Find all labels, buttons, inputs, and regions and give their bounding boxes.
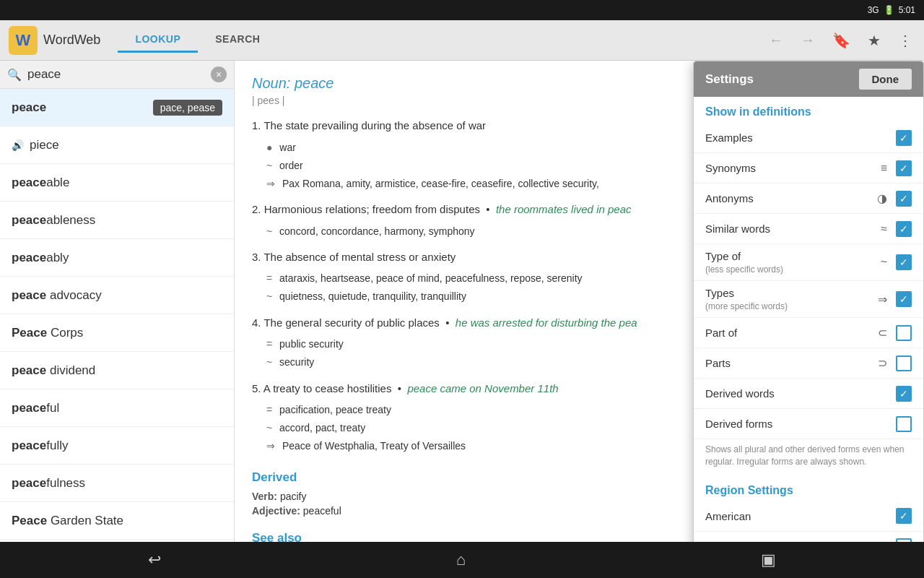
examples-checkbox[interactable]: ✓ bbox=[896, 130, 912, 146]
antonyms-label: Antonyms bbox=[705, 192, 877, 204]
parts-checkbox[interactable] bbox=[896, 355, 912, 371]
nav-tabs: LOOKUP SEARCH bbox=[118, 27, 277, 53]
back-button[interactable]: ← bbox=[766, 29, 786, 51]
word-title: peace bbox=[295, 75, 334, 91]
word-item-peace-corps[interactable]: Peace Corps bbox=[0, 314, 234, 352]
app-icon: W bbox=[9, 26, 38, 55]
network-indicator: 3G bbox=[868, 5, 879, 15]
done-button[interactable]: Done bbox=[859, 69, 912, 90]
search-bar: 🔍 × bbox=[0, 61, 234, 89]
settings-row-synonyms: Synonyms ≡ ✓ bbox=[694, 153, 923, 184]
settings-panel: Settings Done Show in definitions Exampl… bbox=[693, 61, 924, 542]
recent-nav-button[interactable]: ▣ bbox=[744, 545, 793, 575]
app-title: WordWeb bbox=[43, 33, 100, 48]
parts-label: Parts bbox=[705, 357, 878, 369]
settings-row-similar-words: Similar words ≈ ✓ bbox=[694, 214, 923, 244]
settings-header: Settings Done bbox=[694, 61, 923, 97]
search-clear-button[interactable]: × bbox=[211, 66, 227, 82]
derived-forms-note: Shows all plural and other derived forms… bbox=[694, 439, 923, 475]
settings-row-derived-forms: Derived forms bbox=[694, 409, 923, 439]
settings-row-antonyms: Antonyms ◑ ✓ bbox=[694, 184, 923, 214]
synonyms-checkbox[interactable]: ✓ bbox=[896, 160, 912, 176]
word-item-peacefully[interactable]: peacefully bbox=[0, 427, 234, 465]
synonyms-icon: ≡ bbox=[881, 162, 887, 175]
part-of-checkbox[interactable] bbox=[896, 325, 912, 341]
status-bar: 3G 🔋 5:01 bbox=[0, 0, 924, 20]
word-label: peace advocacy bbox=[12, 288, 102, 303]
word-item-peaceful[interactable]: peaceful bbox=[0, 389, 234, 427]
settings-row-american: American ✓ bbox=[694, 501, 923, 532]
settings-row-examples: Examples ✓ bbox=[694, 123, 923, 153]
bookmark-button[interactable]: 🔖 bbox=[829, 29, 853, 52]
menu-button[interactable]: ⋮ bbox=[895, 29, 915, 52]
search-input[interactable] bbox=[27, 67, 205, 82]
settings-row-type-of: Type of(less specific words) ~ ✓ bbox=[694, 244, 923, 281]
battery-icon: 🔋 bbox=[884, 5, 894, 15]
synonyms-label: Synonyms bbox=[705, 162, 881, 174]
back-nav-button[interactable]: ↩ bbox=[131, 545, 178, 575]
word-item-peaceably[interactable]: peaceably bbox=[0, 239, 234, 277]
parts-icon: ⊃ bbox=[878, 356, 887, 370]
settings-row-australasian: Australasian bbox=[694, 532, 923, 542]
derived-words-checkbox[interactable]: ✓ bbox=[896, 386, 912, 402]
nav-actions: ← → 🔖 ★ ⋮ bbox=[766, 29, 915, 52]
settings-row-parts: Parts ⊃ bbox=[694, 348, 923, 379]
examples-label: Examples bbox=[705, 131, 896, 144]
settings-row-derived-words: Derived words ✓ bbox=[694, 379, 923, 409]
type-of-checkbox[interactable]: ✓ bbox=[896, 254, 912, 270]
derived-words-label: Derived words bbox=[705, 387, 896, 400]
word-item-peaceableness[interactable]: peaceableness bbox=[0, 202, 234, 239]
forward-button[interactable]: → bbox=[798, 29, 818, 51]
region-settings-title: Region Settings bbox=[694, 475, 923, 501]
part-of-speech: Noun: bbox=[252, 75, 295, 91]
word-item-peace-garden-state[interactable]: Peace Garden State bbox=[0, 502, 234, 540]
star-button[interactable]: ★ bbox=[865, 29, 884, 52]
similar-words-icon: ≈ bbox=[881, 223, 887, 236]
time-display: 5:01 bbox=[899, 5, 915, 15]
settings-title: Settings bbox=[705, 72, 754, 87]
word-label: peaceable bbox=[12, 176, 69, 190]
type-of-icon: ~ bbox=[881, 256, 887, 269]
type-of-label: Type of(less specific words) bbox=[705, 250, 881, 275]
word-label: peace dividend bbox=[12, 363, 95, 378]
american-checkbox[interactable]: ✓ bbox=[896, 508, 912, 524]
word-item-peace[interactable]: peace pace, pease bbox=[0, 89, 234, 126]
types-label: Types(more specific words) bbox=[705, 287, 878, 311]
settings-row-part-of: Part of ⊂ bbox=[694, 318, 923, 348]
search-icon: 🔍 bbox=[7, 68, 22, 82]
word-label: peaceably bbox=[12, 251, 69, 265]
australasian-checkbox[interactable] bbox=[896, 538, 912, 542]
word-label: piece bbox=[30, 138, 59, 152]
word-label: peacefulness bbox=[12, 476, 85, 491]
word-item-peace-advocacy[interactable]: peace advocacy bbox=[0, 277, 234, 314]
word-item-piece[interactable]: 🔊 piece bbox=[0, 126, 234, 164]
similar-words-checkbox[interactable]: ✓ bbox=[896, 221, 912, 237]
antonyms-icon: ◑ bbox=[877, 191, 887, 205]
word-item-peacefulness[interactable]: peacefulness bbox=[0, 465, 234, 502]
sidebar: 🔍 × peace pace, pease 🔊 piece peaceable … bbox=[0, 61, 235, 542]
australasian-label: Australasian bbox=[705, 540, 896, 542]
sound-icon: 🔊 bbox=[12, 139, 24, 151]
types-checkbox[interactable]: ✓ bbox=[896, 291, 912, 307]
settings-row-types: Types(more specific words) ⇒ ✓ bbox=[694, 281, 923, 318]
tab-search[interactable]: SEARCH bbox=[198, 27, 277, 53]
show-in-definitions-title: Show in definitions bbox=[694, 97, 923, 123]
word-label: peacefully bbox=[12, 439, 68, 453]
word-item-peace-dividend[interactable]: peace dividend bbox=[0, 352, 234, 389]
word-tag-peace: pace, pease bbox=[153, 100, 222, 116]
home-nav-button[interactable]: ⌂ bbox=[439, 545, 483, 575]
antonyms-checkbox[interactable]: ✓ bbox=[896, 191, 912, 207]
derived-forms-checkbox[interactable] bbox=[896, 416, 912, 432]
nav-bar: W WordWeb LOOKUP SEARCH ← → 🔖 ★ ⋮ bbox=[0, 20, 924, 61]
word-label: peace bbox=[12, 100, 46, 115]
tab-lookup[interactable]: LOOKUP bbox=[118, 27, 198, 53]
word-label: Peace Garden State bbox=[12, 514, 123, 528]
main-area: 🔍 × peace pace, pease 🔊 piece peaceable … bbox=[0, 61, 924, 542]
word-item-peaceable[interactable]: peaceable bbox=[0, 164, 234, 202]
word-label: peaceableness bbox=[12, 213, 95, 228]
word-item-peace-initiative[interactable]: peace initiative bbox=[0, 540, 234, 542]
word-label: peaceful bbox=[12, 401, 59, 415]
word-label: Peace Corps bbox=[12, 326, 83, 340]
similar-words-label: Similar words bbox=[705, 223, 881, 235]
american-label: American bbox=[705, 510, 896, 522]
